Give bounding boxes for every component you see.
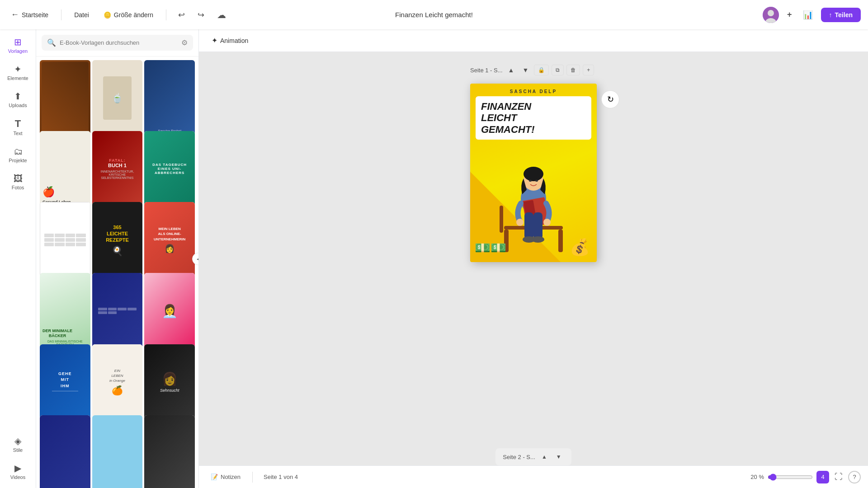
sidebar-item-vorlagen[interactable]: ⊞ Vorlagen (2, 33, 34, 58)
title-line-3: GEMACHT! (481, 124, 535, 135)
fullscreen-button[interactable]: ⛶ (833, 470, 844, 483)
title-line-2: LEICHT (481, 112, 517, 123)
page-1-up-button[interactable]: ▲ (505, 65, 517, 75)
bottom-bar: 📝 Notizen Seite 1 von 4 20 % 4 ⛶ ? (199, 465, 868, 488)
template-item-1[interactable] (40, 60, 90, 136)
stile-label: Stile (13, 447, 23, 453)
svg-rect-17 (533, 212, 542, 239)
zoom-slider[interactable] (768, 474, 813, 481)
page-1-controls: Seite 1 - S... ▲ ▼ 🔒 ⧉ 🗑 + (470, 65, 597, 75)
sidebar-item-elemente[interactable]: ✦ Elemente (2, 60, 34, 85)
template-1-content (40, 60, 90, 136)
document-title: Finanzen Leicht gemacht! (292, 11, 576, 19)
template-item-2[interactable]: 🍵 (92, 60, 143, 136)
notes-icon: 📝 (211, 474, 218, 480)
money-bag: 💰 (570, 238, 590, 257)
share-button[interactable]: ↑ Teilen (821, 8, 861, 22)
sidebar-item-projekte[interactable]: 🗂 Projekte (2, 142, 34, 168)
share-icon: ↑ (829, 11, 832, 19)
sidebar-item-uploads[interactable]: ⬆ Uploads (2, 87, 34, 113)
notes-label: Notizen (221, 474, 241, 480)
templates-grid: 🍵 Sascha Probst 🍎 Gesund Leben FATAL: BU… (36, 56, 198, 488)
divider2 (166, 9, 166, 20)
page-1-add-button[interactable]: + (583, 65, 594, 75)
template-item-12[interactable]: 👩‍💼 (144, 273, 195, 348)
template-item-14[interactable]: EINLEBENin Orange 🍊 (92, 344, 143, 420)
ebook-title: FINANZEN LEICHT GEMACHT! (481, 101, 586, 135)
page-1-lock-button[interactable]: 🔒 (534, 65, 549, 75)
svg-rect-16 (524, 212, 533, 239)
plus-icon: + (787, 10, 792, 19)
file-button[interactable]: Datei (71, 9, 93, 21)
search-box: 🔍 ⚙ (42, 35, 193, 51)
template-item-6[interactable]: DAS TAGEBUCH EINES UNI-ABBRECHERS (144, 131, 195, 206)
template-item-13[interactable]: GEHEMITIHM (40, 344, 90, 420)
fullscreen-icon: ⛶ (835, 472, 843, 481)
template-item-7[interactable] (40, 202, 90, 277)
zoom-area: 20 % 4 ⛶ ? (746, 470, 861, 483)
template-item-8[interactable]: 365LEICHTEREZEPTE 🍳 (92, 202, 143, 278)
canvas-toolbar: ✦ Animation (199, 29, 868, 52)
uploads-label: Uploads (9, 103, 27, 108)
bottom-divider (252, 472, 253, 483)
template-item-5[interactable]: FATAL: BUCH 1 INNENARCHITEKTUR, KRITISCH… (92, 131, 143, 207)
sidebar-item-fotos[interactable]: 🖼 Fotos (2, 169, 34, 195)
page-2-up-button[interactable]: ▲ (539, 452, 550, 462)
template-item-18[interactable] (144, 415, 195, 488)
page-2-label: Seite 2 - S... (503, 454, 535, 460)
template-item-3[interactable]: Sascha Probst (144, 60, 195, 136)
animation-button[interactable]: ✦ Animation (206, 33, 254, 47)
animation-icon: ✦ (212, 36, 217, 45)
filter-icon[interactable]: ⚙ (181, 38, 188, 47)
sidebar-item-text[interactable]: T Text (2, 114, 34, 141)
undo-button[interactable]: ↩ (175, 7, 188, 23)
videos-label: Videos (10, 474, 25, 480)
ebook-cover[interactable]: SASCHA DELP FINANZEN LEICHT GEMACHT! (470, 84, 597, 262)
title-line-1: FINANZEN (481, 101, 531, 112)
page-1-delete-button[interactable]: 🗑 (566, 65, 580, 75)
vorlagen-icon: ⊞ (14, 38, 22, 47)
avatar[interactable] (763, 7, 779, 23)
sidebar-item-videos[interactable]: ▶ Videos (2, 459, 34, 484)
template-item-10[interactable]: DER MINIMALEBÄCKER DAS MINIMALISTISCHE B… (40, 273, 90, 348)
search-input[interactable] (60, 39, 178, 46)
home-label: Startseite (22, 11, 48, 19)
canvas-content: Seite 1 - S... ▲ ▼ 🔒 ⧉ 🗑 + SASCHA DELP F… (199, 52, 868, 488)
add-person-button[interactable]: + (784, 7, 795, 22)
vorlagen-label: Vorlagen (8, 48, 28, 54)
svg-point-11 (535, 180, 538, 182)
analytics-button[interactable]: 📊 (800, 7, 816, 23)
coin-icon: 🪙 (104, 11, 111, 19)
notes-button[interactable]: 📝 Notizen (206, 471, 245, 483)
template-item-4[interactable]: 🍎 Gesund Leben (40, 131, 90, 206)
svg-point-9 (524, 167, 543, 181)
fotos-icon: 🖼 (14, 174, 23, 183)
cloud-button[interactable]: ☁ (214, 7, 229, 23)
template-item-11[interactable] (92, 273, 143, 349)
animation-label: Animation (220, 37, 248, 44)
template-item-15[interactable]: 👩 Sehnsucht (144, 344, 195, 420)
home-button[interactable]: ← Startseite (7, 7, 52, 22)
cloud-icon: ☁ (217, 9, 226, 20)
search-area: 🔍 ⚙ (36, 29, 198, 56)
help-button[interactable]: ? (848, 471, 861, 483)
redo-button[interactable]: ↪ (195, 7, 207, 23)
template-item-9[interactable]: MEIN LEBENALS ONLINE-UNTERNEHMERIN 👩 (144, 202, 195, 277)
text-label: Text (13, 131, 22, 136)
sidebar-item-stile[interactable]: ◈ Stile (2, 432, 34, 457)
page-1-down-button[interactable]: ▼ (519, 65, 531, 75)
page-1-copy-button[interactable]: ⧉ (552, 65, 564, 75)
money-stacks: 💵💵 (475, 240, 506, 255)
resize-button[interactable]: 🪙 Größe ändern (100, 9, 157, 21)
person-svg (495, 154, 572, 262)
template-item-17[interactable] (92, 415, 143, 488)
svg-point-10 (529, 180, 532, 182)
header: ← Startseite Datei 🪙 Größe ändern ↩ ↪ ☁ … (0, 0, 868, 29)
page-count-button[interactable]: 4 (816, 471, 829, 483)
template-item-16[interactable] (40, 415, 90, 488)
refresh-button[interactable]: ↻ (601, 90, 619, 108)
templates-panel: 🔍 ⚙ 🍵 Sascha Probst 🍎 (36, 29, 199, 488)
page-2-controls-bar: Seite 2 - S... ▲ ▼ (495, 448, 571, 465)
person-illustration (495, 154, 572, 262)
page-2-down-button[interactable]: ▼ (553, 452, 564, 462)
